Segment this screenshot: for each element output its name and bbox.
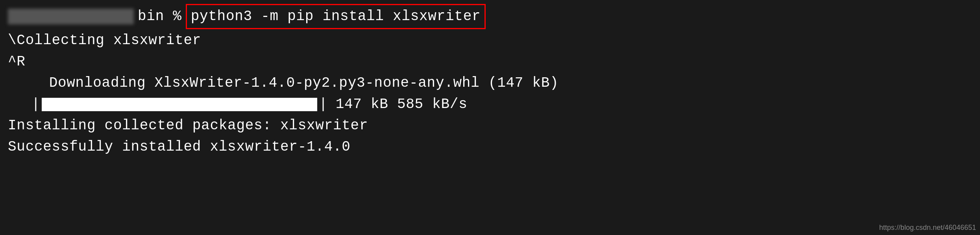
prompt-blurred <box>8 9 134 24</box>
terminal-line-ctrl-r: ^R <box>8 51 972 73</box>
progress-bar-fill <box>42 98 317 111</box>
terminal-line-1: bin % python3 -m pip install xlsxwriter <box>8 4 972 29</box>
progress-pipe-left: | <box>31 94 40 115</box>
terminal-line-collecting: \Collecting xlsxwriter <box>8 30 972 51</box>
prompt-bin: bin % <box>138 6 182 27</box>
terminal-line-downloading: Downloading XlsxWriter-1.4.0-py2.py3-non… <box>8 73 972 94</box>
progress-info: 147 kB 585 kB/s <box>336 94 468 115</box>
watermark: https://blog.csdn.net/46046651 <box>879 224 976 232</box>
pip-install-command: python3 -m pip install xlsxwriter <box>186 4 486 29</box>
terminal-window: bin % python3 -m pip install xlsxwriter … <box>0 0 980 235</box>
terminal-line-success: Successfully installed xlsxwriter-1.4.0 <box>8 136 972 158</box>
progress-pipe-right: | <box>319 94 327 115</box>
terminal-line-progress: | | 147 kB 585 kB/s <box>31 94 972 115</box>
terminal-line-installing: Installing collected packages: xlsxwrite… <box>8 115 972 136</box>
